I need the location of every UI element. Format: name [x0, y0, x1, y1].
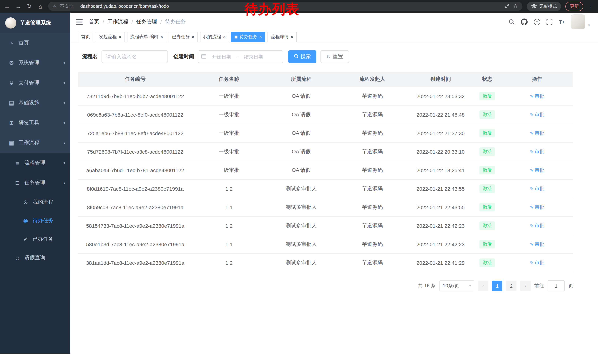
search-button[interactable]: 搜索: [288, 50, 316, 63]
edit-icon: ✎: [530, 94, 533, 99]
breadcrumb-task-mgmt[interactable]: 任务管理: [136, 18, 157, 25]
status-badge: 激活: [479, 184, 495, 193]
breadcrumb-home[interactable]: 首页: [89, 18, 99, 25]
chevron-down-icon: ▾: [64, 61, 65, 65]
tab-my-process[interactable]: 我的流程 ×: [200, 32, 229, 42]
edit-icon: ✎: [530, 168, 533, 173]
status-cell: 激活: [473, 161, 501, 179]
approve-link[interactable]: ✎审批: [530, 185, 544, 192]
top-navbar: 首页 / 工作流程 / 任务管理 / 待办任务 ? TT ▾: [70, 13, 598, 31]
task-name-cell: 1.2: [193, 253, 265, 272]
status-cell: 激活: [473, 179, 501, 198]
app-logo[interactable]: 芋道管理系统: [0, 13, 70, 33]
process-name-input[interactable]: [101, 50, 168, 63]
approve-link[interactable]: ✎审批: [530, 222, 544, 229]
approve-link[interactable]: ✎审批: [530, 259, 544, 266]
status-cell: 激活: [473, 105, 501, 124]
filter-bar: 流程名 创建时间 - 搜索 ↻ 重置: [82, 50, 598, 63]
tab-close-icon[interactable]: ×: [119, 34, 121, 39]
goto-page-input[interactable]: [548, 280, 565, 291]
help-icon[interactable]: ?: [534, 19, 540, 25]
tab-close-icon[interactable]: ×: [291, 34, 293, 39]
approve-link[interactable]: ✎审批: [530, 93, 544, 99]
page-size-select[interactable]: 10条/页 ▾: [440, 280, 474, 291]
page-button-2[interactable]: 2: [506, 281, 516, 291]
tab-done-tasks[interactable]: 已办任务 ×: [169, 32, 198, 42]
tab-close-icon[interactable]: ×: [191, 34, 194, 39]
col-initiator: 流程发起人: [337, 72, 407, 87]
process-cell: OA 请假: [265, 105, 337, 124]
tab-home[interactable]: 首页: [78, 32, 93, 42]
date-range-picker[interactable]: -: [198, 50, 283, 63]
chevron-up-icon: ▴: [64, 181, 65, 185]
date-range-separator: -: [237, 54, 238, 59]
approve-link[interactable]: ✎审批: [530, 130, 544, 137]
tab-close-icon[interactable]: ×: [160, 34, 163, 39]
breadcrumb-workflow[interactable]: 工作流程: [108, 18, 128, 25]
github-icon[interactable]: [521, 18, 528, 25]
sidebar-item-task-mgmt[interactable]: ⊟ 任务管理 ▴: [0, 173, 70, 193]
sidebar-item-my-process[interactable]: ⊙ 我的流程: [0, 193, 70, 211]
update-button[interactable]: 更新: [565, 2, 583, 11]
sidebar-item-system[interactable]: ⚙ 系统管理 ▾: [0, 53, 70, 73]
status-badge: 激活: [479, 147, 495, 156]
table-row: 580e1b3d-7ac8-11ec-a9e2-a2380e71991a 1.1…: [78, 235, 573, 253]
font-size-icon[interactable]: TT: [559, 19, 565, 25]
fullscreen-icon[interactable]: [547, 19, 552, 25]
task-id-cell: a6aba0a4-7b6d-11ec-b781-acde48001122: [78, 161, 193, 179]
bookmark-star-icon[interactable]: ☆: [513, 3, 518, 10]
task-name-cell: 1.2: [193, 179, 265, 198]
page-button-1[interactable]: 1: [492, 281, 502, 291]
task-name-cell: 1.1: [193, 198, 265, 217]
sidebar-item-infra[interactable]: ▤ 基础设施 ▾: [0, 93, 70, 113]
end-date-input[interactable]: [239, 54, 268, 60]
approve-link[interactable]: ✎审批: [530, 148, 544, 155]
sidebar-item-workflow[interactable]: ▣ 工作流程 ▴: [0, 133, 70, 153]
approve-link[interactable]: ✎审批: [530, 167, 544, 173]
col-actions: 操作: [501, 72, 573, 87]
tab-todo-tasks[interactable]: 待办任务 ×: [231, 32, 265, 42]
approve-link[interactable]: ✎审批: [530, 204, 544, 210]
start-date-input[interactable]: [207, 54, 236, 60]
approve-link[interactable]: ✎审批: [530, 111, 544, 118]
caret-down-icon[interactable]: ▾: [588, 23, 590, 27]
status-badge: 激活: [479, 166, 495, 174]
search-icon[interactable]: [509, 19, 515, 25]
prev-page-button[interactable]: ‹: [478, 281, 488, 291]
initiator-cell: 芋道源码: [337, 124, 407, 142]
grid-icon: ▤: [8, 100, 16, 106]
task-name-cell: 1.2: [193, 217, 265, 235]
tasks-icon: ⊟: [13, 180, 22, 186]
reset-button[interactable]: ↻ 重置: [321, 50, 349, 63]
sidebar-item-devtools[interactable]: ⊞ 研发工具 ▾: [0, 113, 70, 133]
home-icon[interactable]: ⌂: [37, 3, 44, 9]
url-text[interactable]: dashboard.yudao.iocoder.cn/bpm/task/todo: [80, 4, 169, 9]
refresh-icon[interactable]: ↻: [26, 3, 33, 10]
sidebar-item-todo-tasks[interactable]: ◉ 待办任务: [0, 211, 70, 230]
back-icon[interactable]: ←: [4, 3, 10, 9]
tab-close-icon[interactable]: ×: [259, 34, 262, 39]
sidebar-item-done-tasks[interactable]: ✔ 已办任务: [0, 230, 70, 249]
avatar[interactable]: [571, 15, 586, 29]
sidebar-item-home[interactable]: ◔ 首页: [0, 33, 70, 53]
key-icon[interactable]: [505, 3, 510, 9]
sidebar-item-process-mgmt[interactable]: ≡ 流程管理 ▾: [0, 153, 70, 173]
approve-link[interactable]: ✎审批: [530, 241, 544, 248]
search-icon: [294, 54, 299, 60]
hamburger-icon[interactable]: [76, 19, 83, 25]
status-badge: 激活: [479, 92, 495, 100]
forward-icon[interactable]: →: [15, 3, 22, 9]
sidebar-item-leave-query[interactable]: ☺ 请假查询: [0, 249, 70, 267]
sidebar-item-payment[interactable]: ¥ 支付管理 ▾: [0, 73, 70, 93]
tab-form-edit[interactable]: 流程表单-编辑 ×: [127, 32, 166, 42]
status-badge: 激活: [479, 259, 495, 267]
tab-start-process[interactable]: 发起流程 ×: [96, 32, 125, 42]
sidebar: 芋道管理系统 ◔ 首页 ⚙ 系统管理 ▾ ¥ 支付管理 ▾ ▤ 基础设施 ▾ ⊞…: [0, 13, 70, 354]
task-id-cell: 58154733-7ac8-11ec-a9e2-a2380e71991a: [78, 217, 193, 235]
tab-close-icon[interactable]: ×: [223, 34, 226, 39]
browser-menu-icon[interactable]: ⋮: [588, 3, 594, 9]
tab-process-detail[interactable]: 流程详情 ×: [267, 32, 297, 42]
action-cell: ✎审批: [501, 235, 573, 253]
process-cell: 测试多审批人: [265, 198, 337, 217]
next-page-button[interactable]: ›: [520, 281, 531, 291]
